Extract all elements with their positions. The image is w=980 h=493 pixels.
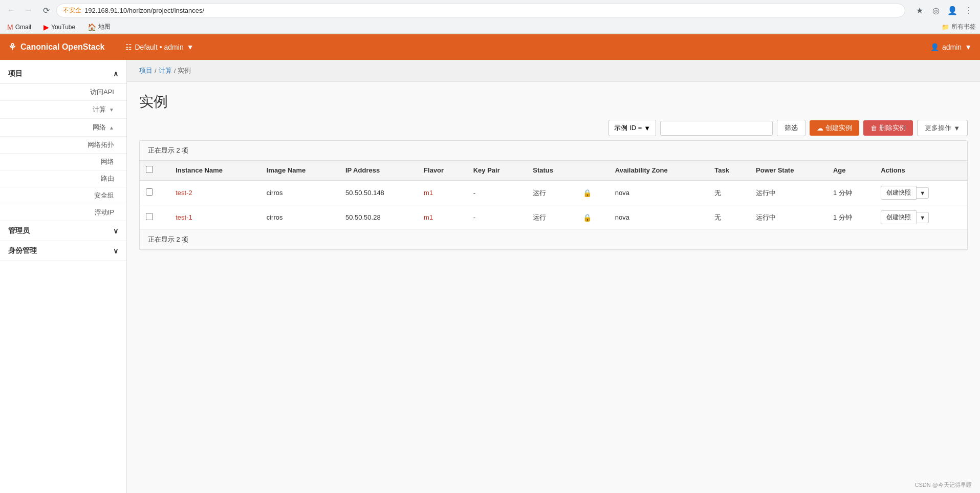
sidebar-item-api[interactable]: 访问API xyxy=(0,84,126,101)
row2-instance-link[interactable]: test-1 xyxy=(176,213,192,221)
sidebar-section-project[interactable]: 项目 ∧ xyxy=(0,64,126,84)
instances-table: Instance Name Image Name IP Address Flav… xyxy=(140,161,967,230)
sidebar-section-admin[interactable]: 管理员 ∨ xyxy=(0,221,126,241)
sidebar-item-router[interactable]: 路由 xyxy=(0,170,126,187)
filter-type-select[interactable]: 示例 ID = ▼ xyxy=(608,120,656,136)
row1-az-cell: nova xyxy=(609,180,708,205)
col-instance-name: Instance Name xyxy=(169,161,260,180)
sidebar-item-network-topology[interactable]: 网络拓扑 xyxy=(0,137,126,154)
bookmark-maps-label: 地图 xyxy=(98,23,111,31)
row2-flavor-cell: m1 xyxy=(418,205,467,230)
row1-ip-cell: 50.50.50.148 xyxy=(339,180,418,205)
row1-image-cell: cirros xyxy=(260,180,339,205)
sidebar-item-network-networks[interactable]: 网络 xyxy=(0,154,126,170)
row2-name-cell: test-1 xyxy=(169,205,260,230)
bookmark-gmail-label: Gmail xyxy=(15,24,31,31)
network-chevron: ▲ xyxy=(109,125,114,131)
col-image-name: Image Name xyxy=(260,161,339,180)
lock-icon: 🔒 xyxy=(583,213,592,222)
sidebar-item-compute[interactable]: 计算 ▼ xyxy=(0,101,126,119)
col-flavor: Flavor xyxy=(418,161,467,180)
bookmark-maps[interactable]: 🏠 地图 xyxy=(84,22,114,32)
row2-actions-cell: 创建快照 ▼ xyxy=(875,205,967,230)
user-dropdown-icon: ▼ xyxy=(965,43,972,51)
col-age: Age xyxy=(827,161,875,180)
breadcrumb-project[interactable]: 项目 xyxy=(139,66,153,75)
col-power-state: Power State xyxy=(750,161,827,180)
row1-snapshot-button[interactable]: 创建快照 xyxy=(881,186,917,200)
address-bar[interactable]: 不安全 192.168.91.10/horizon/project/instan… xyxy=(56,4,905,17)
sidebar-api-label: 访问API xyxy=(90,88,114,96)
bookmark-gmail[interactable]: M Gmail xyxy=(4,22,34,32)
row2-checkbox[interactable] xyxy=(146,213,153,220)
col-key-pair: Key Pair xyxy=(467,161,527,180)
bookmarks-right: 📁 所有书签 xyxy=(942,23,976,31)
instances-table-container: 正在显示 2 项 Instance Name Image Name IP Add… xyxy=(139,140,968,250)
row2-checkbox-cell xyxy=(140,205,169,230)
filter-type-label: 示例 ID = xyxy=(614,123,642,133)
footer-note: CSDN @今天记得早睡 xyxy=(915,481,972,489)
create-instance-button[interactable]: ☁ 创建实例 xyxy=(810,120,859,136)
menu-button[interactable]: ⋮ xyxy=(962,3,976,17)
row1-lock-cell: 🔒 xyxy=(577,180,609,205)
table-header-row: Instance Name Image Name IP Address Flav… xyxy=(140,161,967,180)
row1-flavor-link[interactable]: m1 xyxy=(424,189,433,197)
bookmark-youtube-label: YouTube xyxy=(51,24,75,31)
main-content: 项目 / 计算 / 实例 实例 示例 ID = ▼ 筛选 ☁ 创建实例 xyxy=(127,60,980,493)
project-section-chevron: ∧ xyxy=(113,70,118,78)
row2-az-cell: nova xyxy=(609,205,708,230)
floating-ip-label: 浮动IP xyxy=(95,208,114,216)
bookmark-youtube[interactable]: ▶ YouTube xyxy=(40,22,78,32)
delete-instance-button[interactable]: 🗑 删除实例 xyxy=(863,120,913,136)
breadcrumb-sep-1: / xyxy=(155,67,157,75)
row1-age-cell: 1 分钟 xyxy=(827,180,875,205)
bookmark-folder-icon: 📁 xyxy=(942,24,949,31)
sidebar-item-security-groups[interactable]: 安全组 xyxy=(0,187,126,204)
delete-instance-label: 删除实例 xyxy=(879,123,906,133)
filter-button[interactable]: 筛选 xyxy=(777,120,805,136)
row1-action-dropdown[interactable]: ▼ xyxy=(917,187,929,199)
browser-actions: ★ ◎ 👤 ⋮ xyxy=(912,3,976,17)
openstack-logo-icon: ⚘ xyxy=(8,41,16,53)
row2-age-cell: 1 分钟 xyxy=(827,205,875,230)
security-warning: 不安全 xyxy=(63,6,81,15)
row2-flavor-link[interactable]: m1 xyxy=(424,213,433,221)
sidebar-item-network[interactable]: 网络 ▲ xyxy=(0,119,126,137)
user-icon: 👤 xyxy=(930,43,939,51)
all-bookmarks-label: 所有书签 xyxy=(951,23,976,31)
row1-task-cell: 无 xyxy=(708,180,750,205)
page-title: 实例 xyxy=(127,82,980,120)
os-header: ⚘ Canonical OpenStack ☷ Default • admin … xyxy=(0,34,980,60)
bookmark-star-button[interactable]: ★ xyxy=(912,3,927,17)
os-logo-text: Canonical OpenStack xyxy=(20,42,105,52)
col-actions: Actions xyxy=(875,161,967,180)
row1-checkbox[interactable] xyxy=(146,188,153,196)
more-actions-button[interactable]: 更多操作 ▼ xyxy=(917,120,968,136)
sidebar-section-identity[interactable]: 身份管理 ∨ xyxy=(0,241,126,261)
row1-actions-cell: 创建快照 ▼ xyxy=(875,180,967,205)
sidebar-item-floating-ip[interactable]: 浮动IP xyxy=(0,204,126,221)
more-actions-label: 更多操作 xyxy=(925,123,951,133)
row2-ip-cell: 50.50.50.28 xyxy=(339,205,418,230)
project-menu-icon: ☷ xyxy=(125,43,132,51)
extensions-button[interactable]: ◎ xyxy=(929,3,943,17)
forward-button[interactable]: → xyxy=(21,3,36,17)
toolbar: 示例 ID = ▼ 筛选 ☁ 创建实例 🗑 删除实例 更多操作 ▼ xyxy=(139,120,968,136)
row2-action-dropdown[interactable]: ▼ xyxy=(917,212,929,223)
back-button[interactable]: ← xyxy=(4,3,18,17)
row2-power-cell: 运行中 xyxy=(750,205,827,230)
profile-button[interactable]: 👤 xyxy=(945,3,960,17)
row2-snapshot-button[interactable]: 创建快照 xyxy=(881,210,917,224)
admin-section-chevron: ∨ xyxy=(113,227,118,235)
project-selector[interactable]: ☷ Default • admin ▼ xyxy=(125,43,194,51)
col-task: Task xyxy=(708,161,750,180)
security-groups-label: 安全组 xyxy=(94,191,114,199)
user-menu[interactable]: 👤 admin ▼ xyxy=(930,43,972,51)
admin-section-label: 管理员 xyxy=(8,226,30,235)
breadcrumb-compute[interactable]: 计算 xyxy=(159,66,172,75)
row1-instance-link[interactable]: test-2 xyxy=(176,189,192,197)
select-all-checkbox[interactable] xyxy=(146,166,153,173)
reload-button[interactable]: ⟳ xyxy=(39,3,53,17)
browser-toolbar: ← → ⟳ 不安全 192.168.91.10/horizon/project/… xyxy=(0,0,980,20)
filter-input[interactable] xyxy=(660,121,773,136)
